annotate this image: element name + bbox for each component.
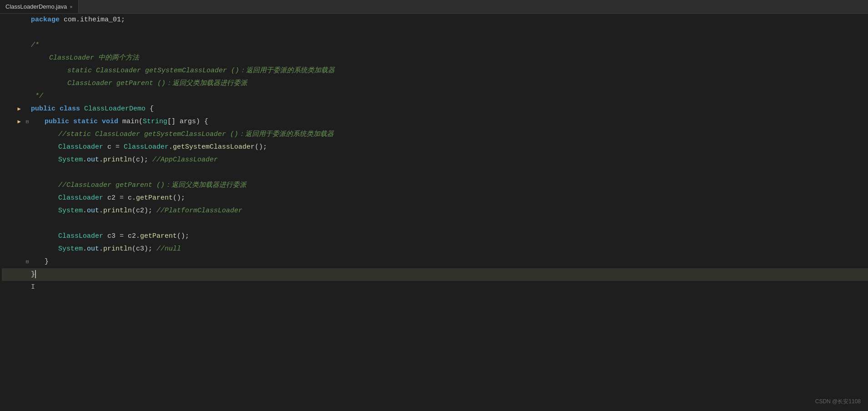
code-line-20: ⊟ }	[2, 256, 868, 268]
code-area[interactable]: package com.itheima_01; /*	[0, 14, 868, 411]
code-lines: package com.itheima_01; /*	[2, 14, 868, 294]
tab-filename: ClassLoaderDemo.java	[5, 3, 67, 10]
code-line-6: ClassLoader getParent ()：返回父类加载器进行委派	[2, 77, 868, 90]
tab-bar: ClassLoaderDemo.java ×	[0, 0, 868, 14]
tab-close-button[interactable]: ×	[70, 4, 72, 10]
code-line-14: //ClassLoader getParent ()：返回父类加载器进行委派	[2, 179, 868, 192]
code-line-3: /*	[2, 39, 868, 52]
code-line-11: ClassLoader c = ClassLoader.getSystemCla…	[2, 141, 868, 154]
code-line-21: }	[2, 268, 868, 281]
code-line-5: static ClassLoader getSystemClassLoader …	[2, 65, 868, 77]
code-content[interactable]: package com.itheima_01; /*	[0, 14, 868, 411]
code-line-12: System.out.println(c); //AppClassLoader	[2, 154, 868, 166]
code-line-16: System.out.println(c2); //PlatformClassL…	[2, 205, 868, 217]
watermark: CSDN @长安1108	[815, 398, 861, 406]
editor-tab[interactable]: ClassLoaderDemo.java ×	[0, 0, 79, 13]
code-line-4: ClassLoader 中的两个方法	[2, 52, 868, 65]
code-line-17	[2, 217, 868, 230]
code-line-1: package com.itheima_01;	[2, 14, 868, 26]
code-line-18: ClassLoader c3 = c2.getParent();	[2, 230, 868, 243]
code-line-13	[2, 166, 868, 179]
code-line-8: ▶ public class ClassLoaderDemo {	[2, 103, 868, 115]
code-line-2	[2, 26, 868, 39]
code-line-19: System.out.println(c3); //null	[2, 243, 868, 256]
code-line-15: ClassLoader c2 = c.getParent();	[2, 192, 868, 205]
code-line-22: I	[2, 281, 868, 294]
code-line-7: */	[2, 90, 868, 103]
editor-container: ClassLoaderDemo.java × package com.ithei…	[0, 0, 868, 411]
code-line-10: //static ClassLoader getSystemClassLoade…	[2, 128, 868, 141]
text-cursor	[35, 270, 36, 278]
code-line-9: ▶ ⊟ public static void main(String[] arg…	[2, 115, 868, 128]
